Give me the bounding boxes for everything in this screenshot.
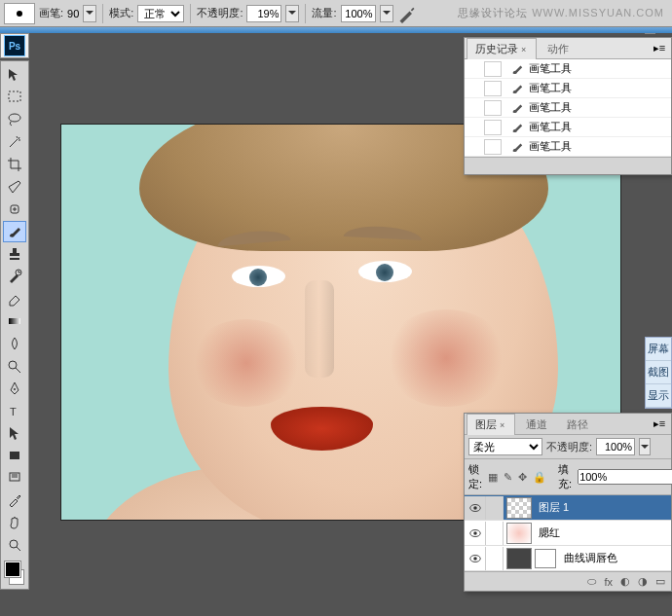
context-item-screen[interactable]: 屏幕 — [646, 338, 671, 361]
blend-mode-select[interactable]: 柔光 — [468, 438, 542, 455]
panel-menu-icon[interactable]: ▸≡ — [652, 42, 667, 54]
tab-close-icon[interactable]: × — [500, 420, 504, 430]
history-panel-header[interactable]: 历史记录 × 动作 ▸≡ — [465, 38, 671, 59]
history-item-label: 画笔工具 — [529, 120, 572, 134]
lock-all-icon[interactable]: 🔒 — [533, 469, 546, 485]
history-snapshot-slot[interactable] — [484, 139, 502, 155]
layer-name[interactable]: 曲线调唇色 — [560, 551, 671, 565]
document-tab-strip — [0, 27, 672, 33]
visibility-toggle-icon[interactable] — [465, 522, 486, 545]
lock-pixels-icon[interactable]: ✎ — [504, 469, 512, 485]
layer-row[interactable]: 曲线调唇色 — [465, 546, 671, 571]
fill-input[interactable] — [578, 469, 672, 485]
history-snapshot-slot[interactable] — [484, 100, 502, 116]
layer-opacity-label: 不透明度: — [546, 440, 592, 454]
svg-point-14 — [473, 531, 477, 535]
layer-name[interactable]: 图层 1 — [535, 500, 671, 515]
path-select-tool[interactable] — [3, 422, 26, 444]
gradient-tool[interactable] — [3, 310, 26, 332]
type-tool[interactable]: T — [3, 400, 26, 421]
tab-layers[interactable]: 图层 × — [467, 414, 515, 435]
link-col — [486, 522, 504, 545]
lock-transparent-icon[interactable]: ▦ — [488, 469, 498, 485]
move-tool[interactable] — [3, 64, 26, 86]
link-col — [486, 496, 504, 520]
layer-opacity-arrow[interactable] — [639, 438, 651, 455]
lock-position-icon[interactable]: ✥ — [518, 469, 527, 485]
layer-thumbnail[interactable] — [506, 548, 532, 569]
opacity-input[interactable] — [246, 5, 281, 22]
brush-label: 画笔: — [39, 6, 63, 20]
history-item[interactable]: 画笔工具 — [465, 79, 671, 98]
svg-text:T: T — [10, 406, 17, 417]
layers-panel: 图层 × 通道 路径 ▸≡ 柔光 不透明度: 锁定: ▦ ✎ ✥ 🔒 填充: 图… — [464, 413, 672, 592]
tab-paths[interactable]: 路径 — [558, 414, 597, 435]
hand-tool[interactable] — [3, 512, 26, 533]
wand-tool[interactable] — [3, 131, 26, 153]
lasso-tool[interactable] — [3, 109, 26, 130]
history-item-label: 画笔工具 — [529, 139, 572, 154]
layer-fx-icon[interactable]: fx — [604, 576, 613, 588]
tab-close-icon[interactable]: × — [521, 45, 526, 54]
history-brush-tool[interactable] — [3, 266, 26, 287]
color-swatches[interactable] — [3, 560, 26, 587]
history-panel-footer — [465, 157, 671, 174]
mode-select[interactable]: 正常 — [137, 5, 184, 22]
context-item-show[interactable]: 显示 — [646, 384, 671, 408]
marquee-tool[interactable] — [3, 87, 26, 108]
stamp-tool[interactable] — [3, 243, 26, 265]
fill-label: 填充: — [558, 462, 572, 491]
visibility-toggle-icon[interactable] — [465, 496, 486, 520]
context-item-crop[interactable]: 截图 — [646, 361, 671, 384]
eyedropper-tool[interactable] — [3, 489, 26, 511]
layer-row[interactable]: 腮红 — [465, 521, 671, 546]
brush-picker-dropdown[interactable] — [83, 5, 96, 22]
layer-row[interactable]: 图层 1 — [465, 495, 671, 521]
tab-history[interactable]: 历史记录 × — [467, 38, 537, 59]
slice-tool[interactable] — [3, 176, 26, 198]
history-snapshot-slot[interactable] — [484, 61, 502, 77]
layer-opacity-input[interactable] — [596, 438, 635, 455]
layer-name[interactable]: 腮红 — [535, 525, 671, 540]
flow-arrow[interactable] — [380, 5, 393, 22]
foreground-color-swatch[interactable] — [5, 562, 20, 577]
history-item-label: 画笔工具 — [529, 81, 572, 95]
notes-tool[interactable] — [3, 467, 26, 489]
panel-menu-icon[interactable]: ▸≡ — [652, 417, 667, 430]
flow-label: 流量: — [312, 6, 336, 20]
panel-minimize-icon[interactable]: — — [645, 26, 655, 38]
shape-tool[interactable] — [3, 445, 26, 466]
layer-mask-icon[interactable]: ◐ — [620, 575, 630, 588]
brush-tool[interactable] — [3, 221, 26, 242]
layer-group-icon[interactable]: ▭ — [655, 575, 665, 588]
brush-preview[interactable] — [4, 3, 35, 24]
healing-tool[interactable] — [3, 199, 26, 220]
layer-thumbnail[interactable] — [506, 497, 532, 519]
blur-tool[interactable] — [3, 333, 26, 354]
history-item[interactable]: 画笔工具 — [465, 59, 671, 79]
crop-tool[interactable] — [3, 154, 26, 175]
tab-channels[interactable]: 通道 — [517, 414, 556, 435]
link-layers-icon[interactable]: ⬭ — [587, 575, 596, 588]
history-snapshot-slot[interactable] — [484, 81, 502, 96]
layer-mask-thumb[interactable] — [535, 549, 556, 568]
flow-input[interactable] — [341, 5, 376, 22]
history-item-label: 画笔工具 — [529, 100, 572, 115]
opacity-arrow[interactable] — [285, 5, 299, 22]
adjustment-layer-icon[interactable]: ◑ — [638, 575, 648, 588]
pen-tool[interactable] — [3, 378, 26, 399]
zoom-tool[interactable] — [3, 534, 26, 556]
dodge-tool[interactable] — [3, 355, 26, 377]
history-snapshot-slot[interactable] — [484, 120, 502, 135]
eraser-tool[interactable] — [3, 288, 26, 309]
history-item[interactable]: 画笔工具 — [465, 118, 671, 137]
link-col — [486, 547, 504, 570]
layers-panel-header[interactable]: 图层 × 通道 路径 ▸≡ — [465, 414, 671, 435]
tab-actions[interactable]: 动作 — [539, 38, 578, 59]
ps-logo-icon: Ps — [4, 35, 25, 56]
layer-thumbnail[interactable] — [506, 523, 532, 544]
airbrush-icon[interactable] — [397, 4, 417, 23]
history-item[interactable]: 画笔工具 — [465, 98, 671, 118]
visibility-toggle-icon[interactable] — [465, 547, 486, 570]
history-item[interactable]: 画笔工具 — [465, 137, 671, 157]
